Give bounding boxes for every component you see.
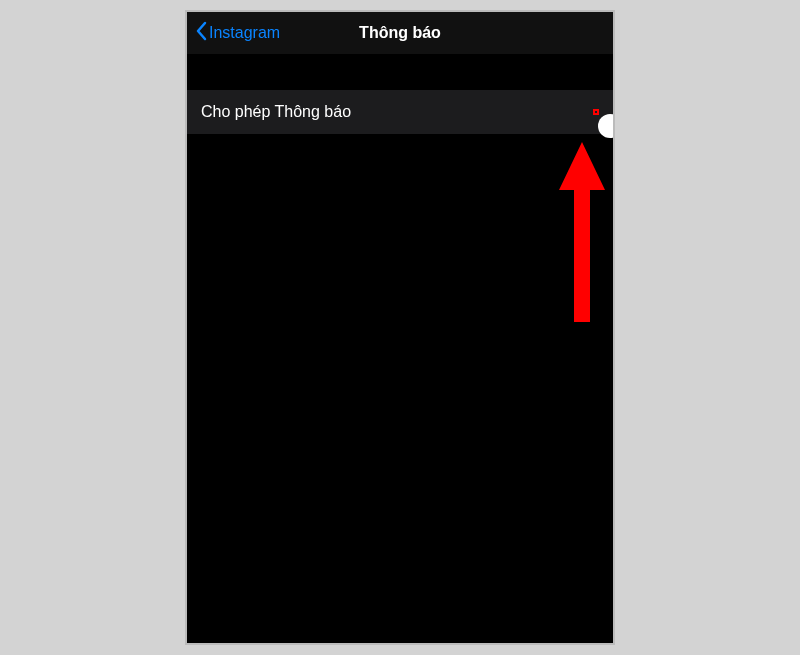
back-button[interactable]: Instagram: [195, 21, 280, 45]
annotation-arrow: [557, 142, 607, 326]
phone-screen: Instagram Thông báo Cho phép Thông báo: [185, 10, 615, 645]
toggle-knob: [598, 114, 615, 138]
chevron-left-icon: [195, 21, 207, 45]
back-label: Instagram: [209, 24, 280, 42]
svg-marker-0: [559, 142, 605, 322]
allow-notifications-label: Cho phép Thông báo: [201, 103, 351, 121]
allow-notifications-row: Cho phép Thông báo: [187, 90, 613, 134]
nav-bar: Instagram Thông báo: [187, 12, 613, 54]
section-spacer: [187, 54, 613, 90]
annotation-highlight-box: [593, 109, 599, 115]
